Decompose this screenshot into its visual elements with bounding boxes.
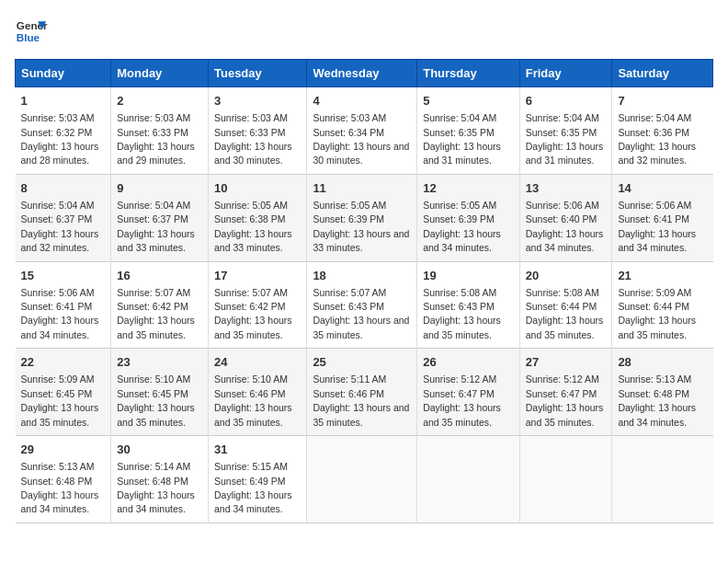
day-number: 22: [21, 354, 106, 371]
day-number: 27: [526, 354, 607, 371]
day-number: 23: [117, 354, 202, 371]
day-number: 12: [423, 180, 514, 197]
day-cell: 31Sunrise: 5:15 AMSunset: 6:49 PMDayligh…: [208, 436, 306, 523]
column-header-friday: Friday: [519, 60, 612, 87]
day-detail: Sunrise: 5:05 AMSunset: 6:38 PMDaylight:…: [214, 200, 292, 253]
day-detail: Sunrise: 5:06 AMSunset: 6:41 PMDaylight:…: [618, 200, 696, 253]
day-cell: 15Sunrise: 5:06 AMSunset: 6:41 PMDayligh…: [16, 261, 111, 349]
day-number: 3: [214, 93, 301, 109]
day-cell: 12Sunrise: 5:05 AMSunset: 6:39 PMDayligh…: [417, 174, 520, 261]
day-number: 14: [618, 180, 707, 197]
day-cell: 29Sunrise: 5:13 AMSunset: 6:48 PMDayligh…: [16, 436, 111, 523]
day-number: 18: [313, 268, 411, 284]
day-cell: 4Sunrise: 5:03 AMSunset: 6:34 PMDaylight…: [307, 87, 417, 175]
day-cell: 22Sunrise: 5:09 AMSunset: 6:45 PMDayligh…: [16, 349, 111, 436]
day-number: 6: [526, 93, 607, 109]
day-cell: 28Sunrise: 5:13 AMSunset: 6:48 PMDayligh…: [612, 349, 713, 436]
day-detail: Sunrise: 5:12 AMSunset: 6:47 PMDaylight:…: [526, 373, 604, 427]
day-detail: Sunrise: 5:11 AMSunset: 6:46 PMDaylight:…: [313, 373, 409, 427]
day-number: 17: [214, 268, 301, 284]
day-cell: 14Sunrise: 5:06 AMSunset: 6:41 PMDayligh…: [612, 174, 713, 261]
day-number: 9: [117, 180, 202, 197]
day-cell: 17Sunrise: 5:07 AMSunset: 6:42 PMDayligh…: [208, 261, 306, 349]
day-cell: 8Sunrise: 5:04 AMSunset: 6:37 PMDaylight…: [16, 174, 111, 261]
header-row: SundayMondayTuesdayWednesdayThursdayFrid…: [16, 60, 713, 87]
day-detail: Sunrise: 5:04 AMSunset: 6:36 PMDaylight:…: [618, 112, 696, 166]
day-cell: 21Sunrise: 5:09 AMSunset: 6:44 PMDayligh…: [612, 261, 713, 349]
day-detail: Sunrise: 5:07 AMSunset: 6:42 PMDaylight:…: [214, 287, 292, 340]
day-cell: 2Sunrise: 5:03 AMSunset: 6:33 PMDaylight…: [111, 87, 209, 175]
day-cell: 7Sunrise: 5:04 AMSunset: 6:36 PMDaylight…: [612, 87, 713, 175]
day-number: 7: [618, 93, 707, 109]
day-cell: 1Sunrise: 5:03 AMSunset: 6:32 PMDaylight…: [16, 87, 111, 175]
day-cell: 11Sunrise: 5:05 AMSunset: 6:39 PMDayligh…: [307, 174, 417, 261]
week-row-4: 22Sunrise: 5:09 AMSunset: 6:45 PMDayligh…: [16, 349, 713, 436]
column-header-monday: Monday: [111, 60, 209, 87]
day-detail: Sunrise: 5:07 AMSunset: 6:42 PMDaylight:…: [117, 287, 195, 340]
day-cell: 10Sunrise: 5:05 AMSunset: 6:38 PMDayligh…: [208, 174, 306, 261]
day-number: 19: [423, 268, 514, 284]
day-detail: Sunrise: 5:03 AMSunset: 6:32 PMDaylight:…: [21, 112, 99, 166]
day-cell: 13Sunrise: 5:06 AMSunset: 6:40 PMDayligh…: [519, 174, 612, 261]
day-number: 13: [526, 180, 607, 197]
day-number: 20: [526, 268, 607, 284]
day-cell: 30Sunrise: 5:14 AMSunset: 6:48 PMDayligh…: [111, 436, 209, 523]
day-detail: Sunrise: 5:04 AMSunset: 6:35 PMDaylight:…: [423, 112, 501, 166]
column-header-sunday: Sunday: [16, 60, 111, 87]
day-number: 24: [214, 354, 301, 371]
day-cell: 16Sunrise: 5:07 AMSunset: 6:42 PMDayligh…: [111, 261, 209, 349]
day-number: 29: [21, 442, 106, 458]
column-header-saturday: Saturday: [612, 60, 713, 87]
day-detail: Sunrise: 5:10 AMSunset: 6:46 PMDaylight:…: [214, 373, 292, 427]
day-cell: 26Sunrise: 5:12 AMSunset: 6:47 PMDayligh…: [417, 349, 520, 436]
day-cell: 23Sunrise: 5:10 AMSunset: 6:45 PMDayligh…: [111, 349, 209, 436]
day-cell: 9Sunrise: 5:04 AMSunset: 6:37 PMDaylight…: [111, 174, 209, 261]
day-number: 2: [117, 93, 202, 109]
day-detail: Sunrise: 5:05 AMSunset: 6:39 PMDaylight:…: [313, 200, 409, 253]
day-number: 10: [214, 180, 301, 197]
column-header-tuesday: Tuesday: [208, 60, 306, 87]
week-row-5: 29Sunrise: 5:13 AMSunset: 6:48 PMDayligh…: [16, 436, 713, 523]
page-header: General Blue: [15, 15, 713, 48]
day-cell: [519, 436, 612, 523]
day-number: 25: [313, 354, 411, 371]
day-number: 28: [618, 354, 707, 371]
day-number: 8: [21, 180, 106, 197]
day-detail: Sunrise: 5:03 AMSunset: 6:33 PMDaylight:…: [117, 112, 195, 166]
day-detail: Sunrise: 5:03 AMSunset: 6:34 PMDaylight:…: [313, 112, 409, 166]
svg-text:Blue: Blue: [17, 31, 40, 43]
week-row-2: 8Sunrise: 5:04 AMSunset: 6:37 PMDaylight…: [16, 174, 713, 261]
day-detail: Sunrise: 5:12 AMSunset: 6:47 PMDaylight:…: [423, 373, 501, 427]
day-detail: Sunrise: 5:09 AMSunset: 6:45 PMDaylight:…: [21, 373, 99, 427]
day-number: 5: [423, 93, 514, 109]
day-detail: Sunrise: 5:08 AMSunset: 6:44 PMDaylight:…: [526, 287, 604, 340]
day-cell: [417, 436, 520, 523]
day-detail: Sunrise: 5:06 AMSunset: 6:40 PMDaylight:…: [526, 200, 604, 253]
day-cell: 20Sunrise: 5:08 AMSunset: 6:44 PMDayligh…: [519, 261, 612, 349]
day-cell: [612, 436, 713, 523]
day-number: 1: [21, 93, 106, 109]
day-cell: 5Sunrise: 5:04 AMSunset: 6:35 PMDaylight…: [417, 87, 520, 175]
day-cell: 3Sunrise: 5:03 AMSunset: 6:33 PMDaylight…: [208, 87, 306, 175]
day-number: 15: [21, 268, 106, 284]
day-detail: Sunrise: 5:07 AMSunset: 6:43 PMDaylight:…: [313, 287, 409, 340]
week-row-1: 1Sunrise: 5:03 AMSunset: 6:32 PMDaylight…: [16, 87, 713, 175]
column-header-thursday: Thursday: [417, 60, 520, 87]
day-detail: Sunrise: 5:05 AMSunset: 6:39 PMDaylight:…: [423, 200, 501, 253]
day-detail: Sunrise: 5:08 AMSunset: 6:43 PMDaylight:…: [423, 287, 501, 340]
day-cell: 6Sunrise: 5:04 AMSunset: 6:35 PMDaylight…: [519, 87, 612, 175]
day-number: 26: [423, 354, 514, 371]
day-number: 11: [313, 180, 411, 197]
day-number: 16: [117, 268, 202, 284]
day-cell: 19Sunrise: 5:08 AMSunset: 6:43 PMDayligh…: [417, 261, 520, 349]
day-number: 21: [618, 268, 707, 284]
day-cell: 27Sunrise: 5:12 AMSunset: 6:47 PMDayligh…: [519, 349, 612, 436]
day-cell: [307, 436, 417, 523]
day-number: 4: [313, 93, 411, 109]
day-cell: 24Sunrise: 5:10 AMSunset: 6:46 PMDayligh…: [208, 349, 306, 436]
day-cell: 25Sunrise: 5:11 AMSunset: 6:46 PMDayligh…: [307, 349, 417, 436]
calendar-table: SundayMondayTuesdayWednesdayThursdayFrid…: [15, 59, 713, 523]
day-detail: Sunrise: 5:14 AMSunset: 6:48 PMDaylight:…: [117, 461, 195, 514]
logo: General Blue: [15, 15, 48, 48]
day-number: 30: [117, 442, 202, 458]
